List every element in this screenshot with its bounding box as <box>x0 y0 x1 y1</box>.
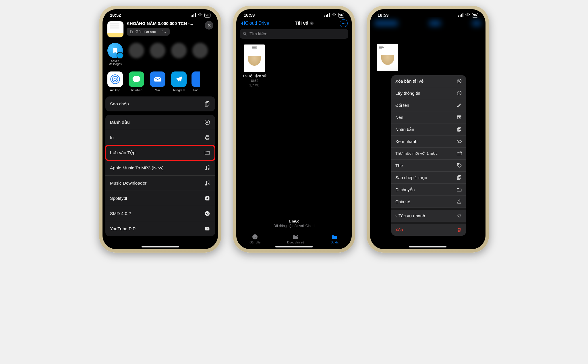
action-save-to-files[interactable]: Lưu vào Tệp <box>105 145 215 160</box>
svg-point-44 <box>458 164 459 165</box>
action-copy[interactable]: Sao chép <box>105 96 215 111</box>
menu-copy[interactable]: Sao chép 1 mục <box>391 172 466 184</box>
selected-file[interactable]: ▬▬▬▬▬▬▬▬▬▬▬▬▬▬▬▬▬▬▬▬▬ <box>377 44 398 73</box>
action-spotifydl[interactable]: Spotifydl <box>105 191 215 206</box>
menu-separator <box>391 208 466 210</box>
svg-rect-2 <box>194 14 194 17</box>
context-menu: Xóa bản tải về Lấy thông tin Đổi tên Nén… <box>391 75 466 236</box>
contact-blurred[interactable] <box>192 43 208 58</box>
chevron-right-icon: › <box>395 213 397 218</box>
music-note-icon <box>204 165 210 171</box>
file-size: 1,7 MB <box>241 83 268 87</box>
app-telegram[interactable]: Telegram <box>170 71 187 92</box>
cellular-signal-icon <box>191 13 196 18</box>
phone-2-files-browse: 18:53 96 iCloud Drive Tải về Tìm kiếm <box>233 6 355 253</box>
markup-icon <box>204 119 210 125</box>
svg-rect-12 <box>206 135 208 137</box>
menu-get-info[interactable]: Lấy thông tin <box>391 87 466 99</box>
action-smd[interactable]: SMD 4.0.2 <box>105 206 215 221</box>
music-note-icon <box>204 180 210 186</box>
saved-messages-avatar <box>107 43 123 58</box>
share-header: KHOẢNG NĂM 3.000.000 TCN -... Gửi bản sa… <box>102 18 218 40</box>
printer-icon <box>204 134 210 141</box>
menu-remove-download[interactable]: Xóa bản tải về <box>391 75 466 87</box>
battery-icon: 96 <box>338 13 344 18</box>
ellipsis-icon <box>342 23 346 24</box>
svg-rect-35 <box>463 13 463 17</box>
phone-1-share-sheet: 18:52 96 KHOẢNG NĂM 3.000.000 TCN -... G… <box>99 6 221 253</box>
menu-rename[interactable]: Đổi tên <box>391 99 466 111</box>
menu-new-folder[interactable]: Thư mục mới với 1 mục <box>391 148 466 160</box>
close-button[interactable]: ✕ <box>205 21 213 30</box>
clock-icon <box>251 233 259 240</box>
menu-move[interactable]: Di chuyển <box>391 184 466 196</box>
duplicate-icon <box>457 127 462 132</box>
svg-point-25 <box>310 22 314 25</box>
contact-saved-messages[interactable]: Saved Messages <box>107 43 124 66</box>
action-music-downloader[interactable]: Music Downloader <box>105 176 215 191</box>
svg-rect-39 <box>458 117 461 119</box>
notch <box>406 9 449 17</box>
menu-compress[interactable]: Nén <box>391 111 466 123</box>
svg-point-16 <box>205 184 207 185</box>
menu-quicklook[interactable]: Xem nhanh <box>391 135 466 148</box>
menu-share[interactable]: Chia sẻ <box>391 196 466 208</box>
send-copy-picker[interactable]: Gửi bản sao ⌃⌄ <box>127 28 170 36</box>
download-icon <box>204 195 210 202</box>
svg-point-5 <box>112 76 118 82</box>
file-grid: ▬▬▬▬▬▬▬▬▬▬▬▬▬▬▬▬▬▬▬▬▬ Tài liệu lịch sử 1… <box>236 42 352 90</box>
home-indicator[interactable] <box>142 246 179 247</box>
folder-icon <box>457 187 462 192</box>
share-title: KHOẢNG NĂM 3.000.000 TCN -... <box>127 21 202 26</box>
svg-rect-3 <box>195 13 196 17</box>
contact-blurred[interactable] <box>129 43 144 58</box>
app-mail[interactable]: Mail <box>149 71 166 92</box>
share-icon <box>457 199 462 204</box>
nav-title[interactable]: Tải về <box>295 21 314 26</box>
notch <box>139 9 182 17</box>
cellular-signal-icon <box>458 13 463 18</box>
menu-delete[interactable]: Xóa <box>391 224 466 236</box>
tab-bar: Gần đây Được chia sẻ Duyệt <box>236 233 352 244</box>
notes-app-icon <box>107 21 124 38</box>
action-markup[interactable]: Đánh dấu <box>105 115 215 130</box>
menu-quick-actions[interactable]: ›Tác vụ nhanh <box>391 210 466 222</box>
svg-rect-7 <box>154 77 161 82</box>
file-item[interactable]: ▬▬▬▬▬▬▬▬▬▬▬▬▬▬▬▬▬▬▬▬▬ Tài liệu lịch sử 1… <box>241 44 268 88</box>
app-facebook[interactable]: Fac <box>192 71 200 92</box>
action-youtube-pip[interactable]: YouTube PiP <box>105 221 215 236</box>
nav-bar: iCloud Drive Tải về <box>236 18 352 29</box>
wifi-icon <box>198 13 203 18</box>
back-button[interactable]: iCloud Drive <box>240 21 269 26</box>
tab-shared[interactable]: Được chia sẻ <box>287 233 304 244</box>
app-airdrop[interactable]: AirDrop <box>107 71 124 92</box>
svg-rect-8 <box>206 102 209 105</box>
search-input[interactable]: Tìm kiếm <box>240 29 348 39</box>
svg-point-15 <box>208 168 209 170</box>
search-placeholder: Tìm kiếm <box>249 31 267 36</box>
svg-point-29 <box>243 32 246 35</box>
home-indicator[interactable] <box>275 246 313 247</box>
tab-recents[interactable]: Gần đây <box>249 233 260 244</box>
menu-tags[interactable]: Thẻ <box>391 160 466 172</box>
tab-browse[interactable]: Duyệt <box>331 233 339 244</box>
chevron-down-icon <box>310 21 314 25</box>
contact-blurred[interactable] <box>171 43 187 58</box>
play-rect-icon <box>204 226 210 232</box>
battery-icon: 96 <box>204 13 210 18</box>
menu-duplicate[interactable]: Nhân bản <box>391 123 466 135</box>
action-print[interactable]: In <box>105 130 215 145</box>
folder-plus-icon <box>457 151 462 156</box>
home-indicator[interactable] <box>409 246 446 247</box>
chevron-left-icon <box>240 21 243 26</box>
contact-blurred[interactable] <box>150 43 165 58</box>
wifi-icon <box>331 13 336 18</box>
action-apple-music-mp3[interactable]: Apple Music To MP3 (New) <box>105 160 215 176</box>
phone-3-context-menu: 18:53 96 ▬▬▬▬▬▬▬▬▬▬▬▬▬▬▬▬▬▬▬▬▬ Xóa bản t… <box>367 6 489 253</box>
apps-row[interactable]: AirDrop Tin nhắn Mail Telegram Fac <box>102 69 218 95</box>
app-messages[interactable]: Tin nhắn <box>128 71 145 92</box>
more-button[interactable] <box>340 19 348 27</box>
clock: 18:52 <box>110 13 121 18</box>
contacts-row[interactable]: Saved Messages <box>102 40 218 69</box>
folder-icon <box>204 150 210 156</box>
